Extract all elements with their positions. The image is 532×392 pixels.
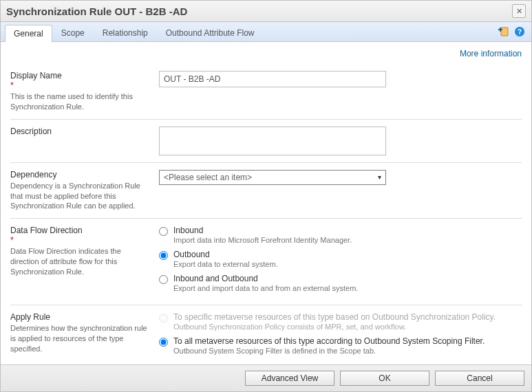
more-info-row: More information [10, 49, 522, 58]
required-marker: * [10, 80, 148, 90]
display-name-label: Display Name [10, 71, 148, 80]
radio-row-both: Inbound and Outbound Export and import d… [159, 274, 522, 292]
tab-content-general: More information Display Name * This is … [1, 42, 531, 364]
tab-scope[interactable]: Scope [52, 24, 94, 41]
dataflow-desc: Data Flow Direction indicates the direct… [10, 246, 148, 277]
dependency-label: Dependency [10, 170, 148, 179]
radio-row-filter: To all metaverse resources of this type … [159, 336, 522, 355]
radio-outbound-desc: Export data to external system. [173, 260, 278, 268]
radio-inbound-desc: Import data into Microsoft Forefront Ide… [173, 236, 352, 244]
description-labelcol: Description [10, 127, 159, 155]
svg-rect-0 [501, 28, 508, 36]
radio-both-label: Inbound and Outbound [173, 274, 358, 283]
radio-row-inbound: Inbound Import data into Microsoft Foref… [159, 226, 522, 244]
dialog-window: Synchronization Rule OUT - B2B -AD ✕ Gen… [0, 0, 532, 392]
dependency-valuecol: <Please select an item> ▾ [159, 170, 522, 212]
display-name-desc: This is the name used to identify this S… [10, 91, 148, 112]
radio-inbound-outbound[interactable] [159, 275, 168, 284]
add-icon[interactable] [498, 26, 509, 37]
radio-filter-label: To all metaverse resources of this type … [173, 336, 485, 346]
tab-bar: General Scope Relationship Outbound Attr… [1, 22, 531, 42]
radio-both-desc: Export and import data to and from an ex… [173, 284, 358, 292]
radio-outbound-label: Outbound [173, 250, 278, 259]
chevron-down-icon: ▾ [378, 173, 381, 181]
close-icon: ✕ [516, 8, 522, 15]
dependency-select[interactable]: <Please select an item> ▾ [159, 170, 386, 185]
radio-policy-desc: Outbound Synchronization Policy consists… [173, 323, 496, 331]
svg-rect-2 [500, 28, 501, 32]
required-marker: * [10, 235, 148, 245]
dependency-labelcol: Dependency Dependency is a Synchronizati… [10, 170, 159, 212]
dependency-select-placeholder: <Please select an item> [164, 173, 252, 182]
radio-outbound[interactable] [159, 251, 168, 260]
ok-button[interactable]: OK [340, 371, 429, 386]
applyrule-desc: Determines how the synchronization rule … [10, 323, 148, 354]
radio-policy-label: To specific metaverse resources of this … [173, 312, 496, 322]
applyrule-label: Apply Rule [10, 312, 148, 322]
section-apply-rule: Apply Rule Determines how the synchroniz… [10, 305, 522, 364]
tab-outbound-attribute-flow[interactable]: Outbound Attribute Flow [157, 24, 264, 41]
more-information-link[interactable]: More information [460, 49, 522, 58]
dataflow-labelcol: Data Flow Direction * Data Flow Directio… [10, 226, 159, 298]
display-name-labelcol: Display Name * This is the name used to … [10, 71, 159, 112]
section-display-name: Display Name * This is the name used to … [10, 64, 522, 120]
display-name-valuecol [159, 71, 522, 112]
description-valuecol [159, 127, 522, 155]
help-icon[interactable]: ? [515, 27, 524, 36]
section-description: Description [10, 120, 522, 163]
applyrule-valuecol: To specific metaverse resources of this … [159, 312, 522, 360]
advanced-view-button[interactable]: Advanced View [245, 371, 334, 386]
window-title: Synchronization Rule OUT - B2B -AD [6, 6, 187, 17]
radio-filter-desc: Outbound System Scoping Filter is define… [173, 347, 485, 355]
dataflow-valuecol: Inbound Import data into Microsoft Foref… [159, 226, 522, 298]
radio-filter[interactable] [159, 338, 168, 347]
tab-relationship[interactable]: Relationship [94, 24, 157, 41]
close-button[interactable]: ✕ [512, 4, 526, 18]
tabbar-actions: ? [498, 26, 527, 37]
section-dependency: Dependency Dependency is a Synchronizati… [10, 163, 522, 219]
display-name-input[interactable] [159, 71, 386, 87]
description-input[interactable] [159, 127, 386, 155]
radio-row-outbound: Outbound Export data to external system. [159, 250, 522, 268]
description-label: Description [10, 127, 148, 136]
cancel-button[interactable]: Cancel [435, 371, 524, 386]
radio-inbound[interactable] [159, 227, 168, 236]
title-bar: Synchronization Rule OUT - B2B -AD ✕ [1, 1, 531, 22]
radio-policy [159, 314, 168, 323]
tab-general[interactable]: General [5, 25, 52, 42]
dialog-footer: Advanced View OK Cancel [1, 364, 531, 391]
radio-row-policy: To specific metaverse resources of this … [159, 312, 522, 331]
section-data-flow-direction: Data Flow Direction * Data Flow Directio… [10, 219, 522, 305]
dataflow-label: Data Flow Direction [10, 226, 148, 235]
dependency-desc: Dependency is a Synchronization Rule tha… [10, 181, 148, 212]
radio-inbound-label: Inbound [173, 226, 352, 235]
applyrule-labelcol: Apply Rule Determines how the synchroniz… [10, 312, 159, 360]
